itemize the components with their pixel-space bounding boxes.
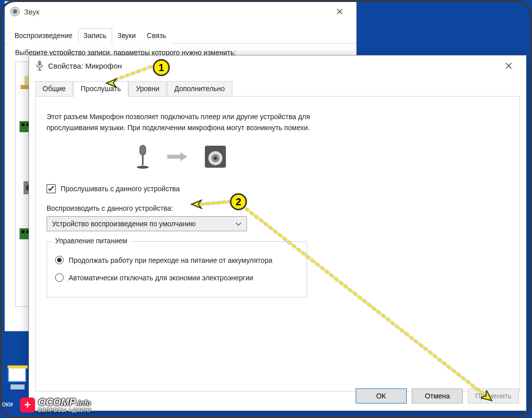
radio-continue-on-battery[interactable] <box>55 256 64 264</box>
arrowhead-icon <box>105 77 117 89</box>
tab-general[interactable]: Общие <box>35 81 73 97</box>
tab-communications[interactable]: Связь <box>141 28 172 44</box>
svg-rect-0 <box>9 367 26 381</box>
svg-rect-16 <box>38 61 41 66</box>
watermark-main: OCOMP <box>38 396 76 407</box>
sound-titlebar: Звук <box>5 2 356 22</box>
svg-rect-2 <box>11 384 25 389</box>
arrow-right-icon <box>166 151 188 162</box>
speaker-icon <box>10 7 20 17</box>
watermark-suffix: .info <box>76 399 91 407</box>
svg-point-26 <box>214 157 217 160</box>
listen-checkbox[interactable] <box>47 184 56 193</box>
microphone-stand-icon <box>134 144 151 169</box>
properties-window-title: Свойства: Микрофон <box>48 62 497 70</box>
microphone-icon <box>35 60 44 71</box>
power-management-group: Управление питанием Продолжать работу пр… <box>47 241 307 297</box>
radio-auto-disable[interactable] <box>55 273 64 282</box>
radio-label-2: Автоматически отключать для экономии эле… <box>69 274 253 282</box>
svg-rect-14 <box>22 230 25 233</box>
tab-recording[interactable]: Запись <box>78 28 112 44</box>
taskbar-label: оки <box>2 400 13 408</box>
tab-listen[interactable]: Прослушать <box>73 81 128 97</box>
arrowhead-icon <box>190 198 202 210</box>
playback-through-label: Воспроизводить с данного устройства: <box>47 204 508 212</box>
listen-checkbox-row: Прослушивать с данного устройства <box>47 184 508 193</box>
tab-advanced[interactable]: Дополнительно <box>167 81 232 97</box>
listen-checkbox-label: Прослушивать с данного устройства <box>61 185 180 193</box>
watermark: + OCOMP.info ВОПРОСЫ АДМИНУ <box>20 393 92 417</box>
sound-tabs: Воспроизведение Запись Звуки Связь <box>5 28 356 44</box>
listen-diagram <box>134 144 508 169</box>
svg-rect-19 <box>140 145 146 155</box>
svg-point-5 <box>14 11 16 13</box>
properties-close-button[interactable] <box>497 58 520 74</box>
cancel-button[interactable]: Отмена <box>412 388 463 403</box>
listen-tab-panel: Этот разъем Микрофон позволяет подключат… <box>35 96 520 391</box>
playback-device-select[interactable]: Устройство воспроизведения по умолчанию <box>47 216 247 231</box>
svg-rect-1 <box>8 365 28 368</box>
radio-label-1: Продолжать работу при переходе на питани… <box>69 256 273 264</box>
watermark-plus-icon: + <box>20 397 35 412</box>
tab-sounds[interactable]: Звуки <box>112 28 142 44</box>
annotation-marker-1: 1 <box>153 59 170 76</box>
properties-tabs: Общие Прослушать Уровни Дополнительно <box>29 81 526 96</box>
tab-playback[interactable]: Воспроизведение <box>9 28 78 44</box>
svg-point-22 <box>137 166 149 169</box>
taskbar-thumbnail <box>8 365 28 390</box>
arrowhead-icon <box>481 390 495 404</box>
properties-titlebar: Свойства: Микрофон <box>29 56 526 76</box>
speaker-icon <box>203 144 227 169</box>
ok-button[interactable]: OK <box>356 388 407 403</box>
sound-close-button[interactable] <box>328 4 351 20</box>
sound-window-title: Звук <box>24 8 328 16</box>
power-group-legend: Управление питанием <box>52 237 130 245</box>
tab-levels[interactable]: Уровни <box>128 81 167 97</box>
playback-device-value: Устройство воспроизведения по умолчанию <box>52 220 196 228</box>
listen-description: Этот разъем Микрофон позволяет подключат… <box>47 112 342 133</box>
svg-rect-9 <box>22 123 25 126</box>
annotation-marker-2: 2 <box>230 193 247 210</box>
watermark-subtitle: ВОПРОСЫ АДМИНУ <box>38 407 92 413</box>
chevron-down-icon <box>235 220 241 228</box>
